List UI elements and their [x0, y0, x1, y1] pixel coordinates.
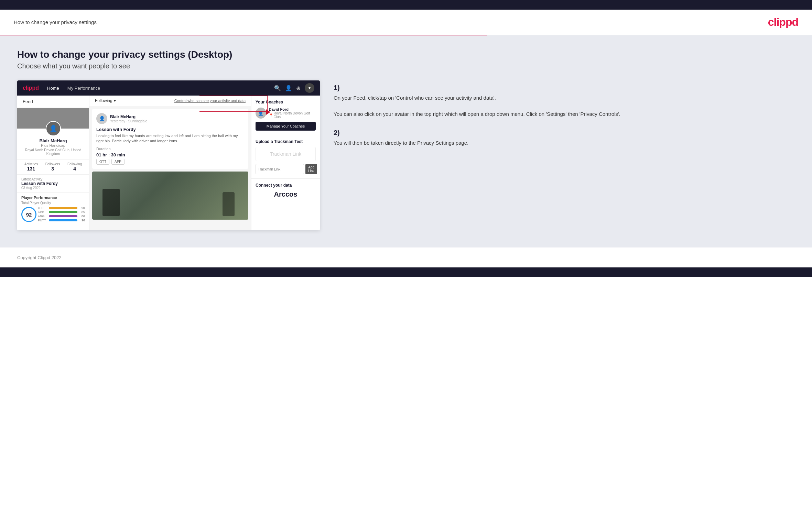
coach-name: David Ford: [269, 107, 316, 111]
footer-copyright: Copyright Clippd 2022: [17, 255, 62, 260]
content-row: clippd Home My Performance 🔍 👤 ⊕ ▾ Feed …: [17, 80, 795, 230]
search-icon[interactable]: 🔍: [274, 85, 281, 91]
post-title: Lesson with Fordy: [96, 127, 244, 132]
app-feed: Following ▾ Control who can see your act…: [89, 96, 251, 230]
control-link[interactable]: Control who can see your activity and da…: [174, 99, 246, 103]
perf-title: Player Performance: [21, 196, 85, 200]
post-avatar: 👤: [96, 113, 107, 124]
instruction-2-number: 2): [334, 129, 795, 137]
coaches-title: Your Coaches: [256, 100, 316, 104]
person-icon[interactable]: 👤: [285, 85, 292, 91]
silhouette-right: [223, 192, 235, 216]
bottom-bar: [0, 267, 812, 277]
feed-header: Following ▾ Control who can see your act…: [89, 96, 251, 106]
post-user-name: Blair McHarg: [110, 114, 147, 119]
coach-club: 📍 Royal North Devon Golf Club: [269, 111, 316, 119]
footer: Copyright Clippd 2022: [0, 247, 812, 267]
profile-avatar: 👤: [46, 121, 61, 136]
instruction-2-text: You will then be taken directly to the P…: [334, 139, 795, 147]
app-nav-logo: clippd: [23, 85, 39, 91]
post-duration-value: 01 hr : 30 min: [96, 152, 244, 157]
header-title: How to change your privacy settings: [14, 19, 97, 25]
trackman-section: Upload a Trackman Test Trackman Link Add…: [251, 135, 320, 179]
nav-icons: 🔍 👤 ⊕ ▾: [274, 83, 314, 93]
manage-coaches-button[interactable]: Manage Your Coaches: [256, 122, 316, 131]
post-duration-label: Duration: [96, 147, 244, 151]
stat-followers: Followers 3: [45, 162, 60, 172]
plus-icon[interactable]: ⊕: [296, 85, 301, 91]
profile-name: Blair McHarg: [21, 138, 86, 143]
instruction-1-number: 1): [334, 84, 795, 92]
latest-value: Lesson with Fordy: [21, 181, 85, 186]
latest-label: Latest Activity: [21, 177, 85, 181]
avatar-button[interactable]: ▾: [305, 83, 314, 93]
trackman-input[interactable]: [256, 164, 304, 174]
main-content: How to change your privacy settings (Des…: [0, 35, 812, 247]
silhouette-left: [102, 189, 120, 216]
quality-label: Total Player Quality: [21, 201, 85, 205]
post-meta: Yesterday · Sunningdale: [110, 119, 147, 123]
nav-item-home[interactable]: Home: [47, 86, 59, 91]
bar-ott: OTT 90: [38, 206, 85, 210]
page-heading: How to change your privacy settings (Des…: [17, 49, 795, 60]
coaches-section: Your Coaches 👤 David Ford 📍 Royal North …: [251, 96, 320, 135]
following-button[interactable]: Following ▾: [95, 98, 116, 103]
bar-app: APP 85: [38, 210, 85, 214]
connect-title: Connect your data: [256, 183, 316, 188]
tag-ott: OTT: [96, 159, 109, 165]
feed-post: 👤 Blair McHarg Yesterday · Sunningdale L…: [92, 109, 248, 169]
profile-stats: Activities 131 Followers 3 Following 4: [17, 159, 89, 175]
profile-banner: 👤: [17, 108, 89, 129]
profile-club: Royal North Devon Golf Club, United King…: [21, 148, 86, 156]
nav-item-performance[interactable]: My Performance: [67, 86, 100, 91]
arccos-logo: Arccos: [256, 190, 316, 198]
perf-row: 92 OTT 90 APP 85: [21, 206, 85, 223]
add-link-button[interactable]: Add Link: [305, 164, 317, 174]
post-user: 👤 Blair McHarg Yesterday · Sunningdale: [96, 113, 244, 124]
trackman-input-row: Add Link: [256, 164, 316, 174]
feed-tab[interactable]: Feed: [17, 96, 89, 108]
bar-putt: PUTT 96: [38, 219, 85, 222]
app-screenshot: clippd Home My Performance 🔍 👤 ⊕ ▾ Feed …: [17, 80, 320, 230]
player-performance: Player Performance Total Player Quality …: [17, 192, 89, 225]
app-right-panel: Your Coaches 👤 David Ford 📍 Royal North …: [251, 96, 320, 230]
bar-arg: ARG 86: [38, 214, 85, 218]
connect-section: Connect your data Arccos: [251, 179, 320, 202]
header: How to change your privacy settings clip…: [0, 10, 812, 35]
top-bar: [0, 0, 812, 10]
post-tags: OTT APP: [96, 159, 244, 165]
app-sidebar: Feed 👤 Blair McHarg Plus Handicap Royal …: [17, 96, 89, 230]
stat-following: Following 4: [67, 162, 82, 172]
instructions: 1) On your Feed, click/tap on 'Control w…: [334, 80, 795, 158]
quality-bars: OTT 90 APP 85 ARG: [38, 206, 85, 223]
latest-activity: Latest Activity Lesson with Fordy 03 Aug…: [17, 175, 89, 192]
trackman-placeholder: Trackman Link: [260, 151, 311, 157]
coach-row: 👤 David Ford 📍 Royal North Devon Golf Cl…: [256, 107, 316, 119]
stat-activities: Activities 131: [24, 162, 38, 172]
trackman-title: Upload a Trackman Test: [256, 139, 316, 144]
post-desc: Looking to feel like my hands are exitin…: [96, 133, 244, 144]
quality-circle: 92: [21, 207, 36, 222]
app-body: Feed 👤 Blair McHarg Plus Handicap Royal …: [17, 96, 320, 230]
instruction-2: 2) You will then be taken directly to th…: [334, 129, 795, 147]
coach-avatar: 👤: [256, 108, 266, 119]
post-image: [92, 172, 248, 220]
tag-app: APP: [111, 159, 124, 165]
logo: clippd: [768, 16, 798, 29]
instruction-1: 1) On your Feed, click/tap on 'Control w…: [334, 84, 795, 118]
profile-handicap: Plus Handicap: [21, 143, 86, 147]
latest-date: 03 Aug 2022: [21, 186, 85, 190]
instruction-1-text: On your Feed, click/tap on 'Control who …: [334, 94, 795, 118]
trackman-link-box: Trackman Link: [256, 147, 316, 161]
page-subheading: Choose what you want people to see: [17, 62, 795, 70]
app-nav: clippd Home My Performance 🔍 👤 ⊕ ▾: [17, 80, 320, 96]
